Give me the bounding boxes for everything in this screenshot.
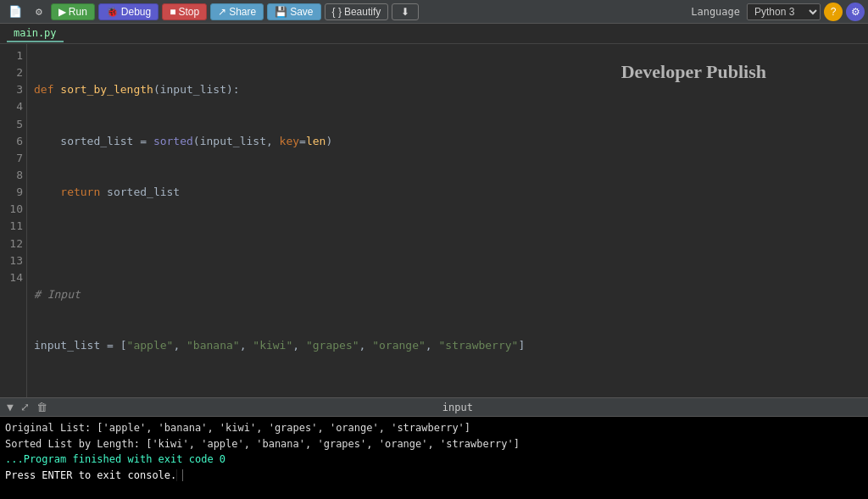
line-num: 3 [5,81,23,98]
code-editor[interactable]: def sort_by_length(input_list): sorted_l… [27,44,868,397]
console-output: Original List: ['apple', 'banana', 'kiwi… [0,417,868,499]
line-num: 4 [5,98,23,115]
info-button[interactable]: ? [824,3,843,21]
line-numbers: 1 2 3 4 5 6 7 8 9 10 11 12 13 14 [0,44,27,397]
code-line [34,389,861,397]
save-button[interactable]: 💾 Save [267,3,320,20]
file-icon-btn[interactable]: 📄 [3,3,27,20]
console-line-5: Press ENTER to exit console.█ [5,468,863,484]
console-area: ▼ ⤢ 🗑 input Original List: ['apple', 'ba… [0,397,868,499]
line-num: 13 [5,252,23,269]
download-button[interactable]: ⬇ [392,3,419,20]
settings-icon-btn[interactable]: ⚙ [31,3,47,20]
beautify-icon: { } [332,6,342,18]
console-clear-icon[interactable]: 🗑 [36,401,47,413]
debug-button[interactable]: 🐞 Debug [98,3,159,20]
console-line-4: ...Program finished with exit code 0 [5,452,863,468]
language-label: Language [691,6,740,18]
download-icon: ⬇ [401,6,409,18]
line-num: 11 [5,218,23,235]
line-num: 5 [5,116,23,133]
code-line: sorted_list = sorted(input_list, key=len… [34,133,861,150]
gear-button[interactable]: ⚙ [846,3,865,21]
run-icon: ▶ [58,6,66,18]
share-button[interactable]: ↗ Share [210,3,264,20]
console-down-icon[interactable]: ▼ [7,401,14,413]
console-expand-icon[interactable]: ⤢ [20,401,30,413]
toolbar: 📄 ⚙ ▶ Run 🐞 Debug ■ Stop ↗ Share 💾 Save … [0,0,868,24]
debug-icon: 🐞 [106,6,119,18]
console-title: input [54,402,861,413]
save-icon: 💾 [275,6,287,18]
language-select[interactable]: Python 3 Python 2 JavaScript [747,3,821,20]
editor-area: 1 2 3 4 5 6 7 8 9 10 11 12 13 14 def sor… [0,44,868,397]
line-num: 1 [5,47,23,64]
code-line: input_list = ["apple", "banana", "kiwi",… [34,337,861,354]
stop-button[interactable]: ■ Stop [162,3,207,20]
stop-icon: ■ [170,6,175,18]
console-line-2: Sorted List by Length: ['kiwi', 'apple',… [5,436,863,452]
line-num: 9 [5,184,23,201]
file-tab: main.py [0,24,868,44]
console-header: ▼ ⤢ 🗑 input [0,398,868,417]
code-line: return sorted_list [34,184,861,201]
file-tab-label[interactable]: main.py [7,25,64,42]
code-line: # Input [34,286,861,303]
run-button[interactable]: ▶ Run [51,3,95,20]
console-line-1: Original List: ['apple', 'banana', 'kiwi… [5,420,863,436]
line-num: 8 [5,167,23,184]
code-line: def sort_by_length(input_list): [34,81,861,98]
line-num: 10 [5,201,23,218]
code-line [34,236,861,252]
line-num: 7 [5,150,23,167]
line-num: 12 [5,236,23,252]
line-num: 6 [5,133,23,150]
line-num: 14 [5,269,23,286]
beautify-button[interactable]: { } Beautify [325,3,389,20]
share-icon: ↗ [218,6,226,18]
line-num: 2 [5,64,23,81]
